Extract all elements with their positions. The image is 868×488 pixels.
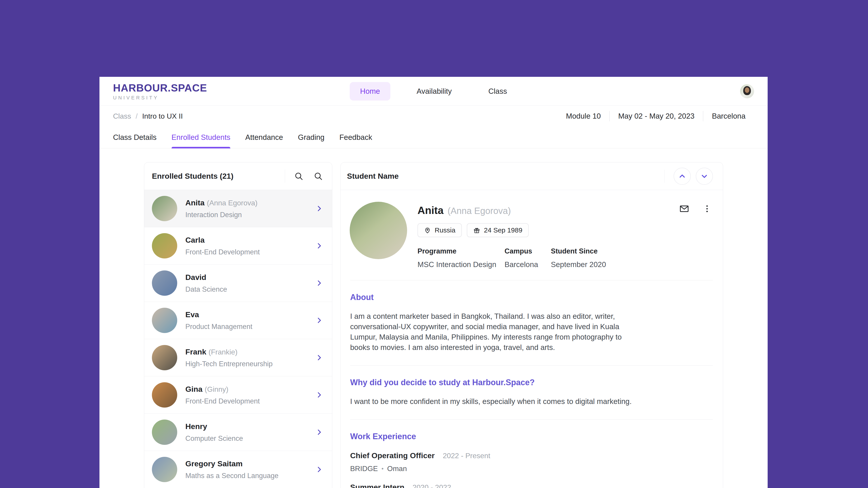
- birthday-badge-label: 24 Sep 1989: [484, 226, 522, 234]
- student-list-item[interactable]: Henry Computer Science: [144, 414, 332, 451]
- student-detail-name: Anita: [417, 204, 443, 217]
- app-header: HARBOUR.SPACE UNIVERSITY Home Availabili…: [99, 77, 768, 106]
- student-meta-field: Programme MSC Interaction Design: [417, 247, 504, 269]
- student-name: Anita: [185, 198, 205, 207]
- nav-item[interactable]: Class: [478, 82, 518, 101]
- kebab-menu-icon[interactable]: [702, 204, 712, 214]
- tab[interactable]: Class Details: [113, 127, 157, 148]
- birthday-gift-icon: [473, 227, 480, 234]
- breadcrumb-parent[interactable]: Class: [113, 112, 131, 121]
- student-detail-alt-name: (Anna Egorova): [447, 206, 511, 216]
- student-list-item[interactable]: Anita (Anna Egorova) Interaction Design: [144, 190, 332, 227]
- job-period: 2020 - 2022: [412, 483, 451, 488]
- tab[interactable]: Grading: [298, 127, 324, 148]
- envelope-icon[interactable]: [679, 203, 689, 214]
- previous-student-button[interactable]: [674, 168, 691, 185]
- student-name: Henry: [185, 422, 207, 431]
- student-name: David: [185, 273, 206, 282]
- field-label: Campus: [504, 247, 551, 255]
- tab[interactable]: Attendance: [245, 127, 283, 148]
- student-programme: Maths as a Second Language: [185, 472, 278, 480]
- country-badge-label: Russia: [435, 226, 456, 234]
- chevron-right-icon: [315, 242, 323, 250]
- student-list-item[interactable]: Carla Front-End Development: [144, 227, 332, 265]
- student-programme: Computer Science: [185, 434, 243, 443]
- chevron-right-icon: [315, 428, 323, 436]
- student-list-item[interactable]: Gina (Ginny) Front-End Development: [144, 377, 332, 414]
- student-detail-panel: Student Name: [340, 162, 723, 488]
- about-body: I am a content marketer based in Bangkok…: [350, 311, 640, 353]
- student-programme: Front-End Development: [185, 397, 260, 405]
- search-icon[interactable]: [294, 171, 304, 181]
- class-meta-item: Module 10: [566, 111, 610, 121]
- about-section: About I am a content marketer based in B…: [341, 281, 723, 365]
- nav-item[interactable]: Availability: [406, 82, 462, 101]
- work-experience-section: Work Experience Chief Operating Officer …: [341, 420, 723, 488]
- student-list-item[interactable]: Eva Product Management: [144, 302, 332, 339]
- user-avatar[interactable]: [740, 84, 754, 98]
- class-meta-item: May 02 - May 20, 2023: [610, 111, 703, 121]
- student-profile: Anita (Anna Egorova): [341, 190, 723, 280]
- tab[interactable]: Feedback: [339, 127, 372, 148]
- student-name: Gregory Saitam: [185, 459, 243, 468]
- app-window: HARBOUR.SPACE UNIVERSITY Home Availabili…: [99, 77, 768, 488]
- breadcrumb-separator: /: [135, 112, 138, 121]
- student-programme: Front-End Development: [185, 248, 260, 256]
- student-list-item[interactable]: Gregory Saitam Maths as a Second Languag…: [144, 451, 332, 488]
- field-value: September 2020: [551, 260, 606, 269]
- main-content: Enrolled Students (21): [99, 149, 768, 488]
- about-title: About: [350, 293, 713, 302]
- student-avatar: [152, 457, 177, 482]
- chevron-right-icon: [315, 279, 323, 287]
- student-list-item[interactable]: Frank (Frankie) High-Tech Entrepreneursh…: [144, 339, 332, 377]
- harbour-space-logo[interactable]: HARBOUR.SPACE UNIVERSITY: [113, 82, 207, 101]
- breadcrumb-row: Class / Intro to UX II Module 10 May 02 …: [99, 106, 768, 127]
- student-avatar: [152, 420, 177, 445]
- main-nav: Home Availability Class: [350, 77, 518, 105]
- student-alt-name: (Frankie): [209, 348, 238, 356]
- class-meta-item: Barcelona: [703, 111, 754, 121]
- field-value: MSC Interaction Design: [417, 260, 504, 269]
- why-body: I want to be more confident in my skills…: [350, 396, 640, 407]
- tab[interactable]: Enrolled Students: [172, 127, 230, 148]
- student-name: Eva: [185, 310, 199, 319]
- student-avatar: [152, 382, 177, 408]
- student-alt-name: (Ginny): [205, 385, 228, 394]
- chevron-right-icon: [315, 354, 323, 361]
- student-detail-title: Student Name: [347, 172, 399, 181]
- student-badges: Russia: [417, 223, 712, 237]
- search-icon[interactable]: [313, 171, 323, 181]
- job-period: 2022 - Present: [443, 452, 490, 460]
- student-programme: Data Science: [185, 285, 227, 293]
- job-title: Chief Operating Officer: [350, 451, 435, 460]
- chevron-right-icon: [315, 205, 323, 213]
- student-programme: High-Tech Entrepreneurship: [185, 360, 273, 368]
- birthday-badge: 24 Sep 1989: [467, 223, 529, 237]
- next-student-button[interactable]: [696, 168, 713, 185]
- country-badge: Russia: [417, 223, 462, 237]
- chevron-right-icon: [315, 317, 323, 324]
- nav-item[interactable]: Home: [350, 82, 391, 101]
- student-avatar: [152, 196, 177, 221]
- student-avatar: [152, 308, 177, 333]
- header-divider: [285, 170, 285, 183]
- chevron-down-icon: [701, 173, 708, 180]
- work-experience-title: Work Experience: [350, 432, 713, 441]
- chevron-right-icon: [315, 466, 323, 473]
- chevron-right-icon: [315, 391, 323, 399]
- field-label: Student Since: [551, 247, 606, 255]
- student-meta: Programme MSC Interaction Design Campus …: [417, 247, 712, 269]
- student-avatar: [152, 270, 177, 296]
- enrolled-students-title: Enrolled Students (21): [152, 172, 234, 181]
- class-meta: Module 10 May 02 - May 20, 2023 Barcelon…: [566, 111, 754, 121]
- student-list: Anita (Anna Egorova) Interaction Design: [144, 190, 332, 488]
- chevron-up-icon: [679, 173, 686, 180]
- dot-separator: •: [381, 465, 383, 472]
- why-title: Why did you decide to study at Harbour.S…: [350, 378, 713, 387]
- student-meta-field: Campus Barcelona: [504, 247, 551, 269]
- logo-subtitle: UNIVERSITY: [113, 95, 207, 101]
- student-meta-field: Student Since September 2020: [551, 247, 606, 269]
- student-profile-photo: [350, 202, 407, 259]
- student-name: Frank: [185, 348, 206, 356]
- student-list-item[interactable]: David Data Science: [144, 265, 332, 302]
